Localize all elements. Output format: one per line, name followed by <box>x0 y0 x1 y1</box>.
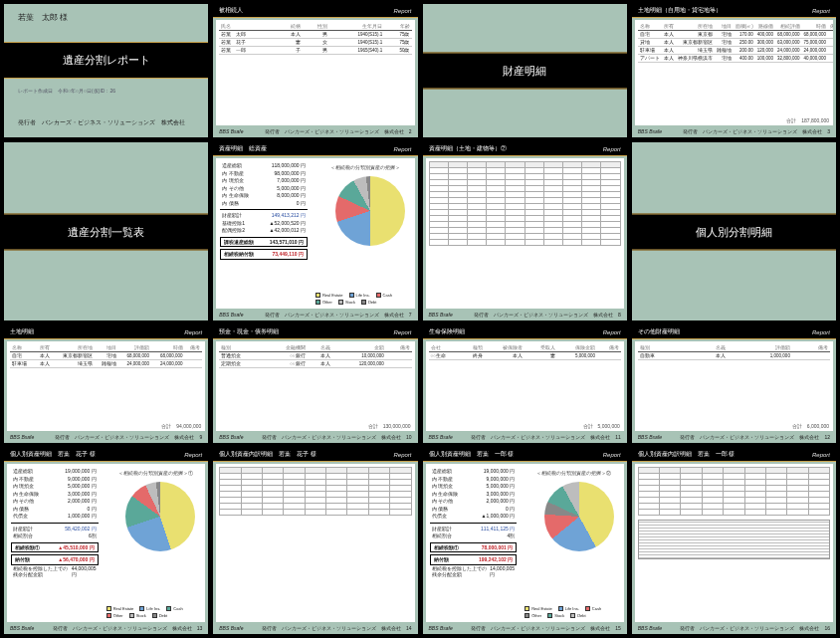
legend-swatch <box>547 613 552 618</box>
cell: 妻 <box>525 352 556 360</box>
cell <box>828 31 833 39</box>
cell: 若葉 一郎 <box>219 47 275 55</box>
cell: 75歳 <box>384 31 411 39</box>
slide-header: 土地明細（自用地・貸宅地等）Report <box>632 4 836 18</box>
summary-row: 内 債務0 円 <box>220 200 308 208</box>
legend-item: Life Ins. <box>349 293 370 298</box>
cell: 75,000,000 <box>802 39 829 47</box>
table-row: 自宅本人東京都宅地170.00400,00068,000,00068,000,0… <box>638 31 833 39</box>
taxable-amount: 課税遺産総額143,571,010 円 <box>220 237 308 248</box>
report-logo: Report <box>812 452 830 458</box>
summary-row: 内 債務0 円 <box>430 506 518 514</box>
cell: 63,000,000 <box>775 39 802 47</box>
report-logo: Report <box>603 452 621 458</box>
table-row: 貸地本人東京都新宿区宅地250.00300,00063,000,00075,00… <box>638 39 833 47</box>
slide-title: 個人別資産明細 若葉 一郎 様 <box>429 450 515 459</box>
col-header: 時価 <box>151 344 184 352</box>
col-header: 備考 <box>792 344 830 352</box>
legend-swatch <box>376 293 381 298</box>
cell: 本人 <box>662 39 676 47</box>
legend-item: Debt <box>570 613 585 618</box>
col-header: 名称 <box>10 344 34 352</box>
col-header: 種別 <box>638 344 690 352</box>
slide-header: 個人別資産明細 若葉 花子 様Report <box>4 448 208 462</box>
summary-row: 内 その他2,000,000 円 <box>430 498 518 506</box>
product-name: BBS Bsafe <box>10 625 34 631</box>
boxed-amount: 相続税額①78,000,001 円 <box>430 542 518 553</box>
table-row: ○○生命終身本人妻5,000,000 <box>429 352 621 360</box>
slide-body: 遺産総額118,000,000 円内 不動産98,000,000 円内 現預金7… <box>216 158 414 309</box>
summary-row: 遺産総額19,000,000 円 <box>430 468 518 476</box>
report-logo: Report <box>393 329 411 335</box>
slide-body: 種別金融機関名義金額備考普通預金○○銀行本人10,000,000定期預金○○銀行… <box>216 341 414 431</box>
report-slide: 資産明細（土地・建物等）②Report BBS Bsafe発行者 バンカーズ・ビ… <box>422 141 628 321</box>
cell: 自動車 <box>638 352 690 360</box>
slide-title: 土地明細 <box>10 327 34 336</box>
footer-issuer: 発行者 バンカーズ・ビジネス・ソリューションズ 株式会社 7 <box>265 312 412 318</box>
legend-label: Stock <box>554 613 564 618</box>
summary-row: 内 生命保険3,000,000 円 <box>430 491 518 499</box>
data-table: 名称所有所在地地目評価額時価備考自宅本人東京都新宿区宅地68,000,00068… <box>10 344 202 368</box>
footer-issuer: 発行者 バンカーズ・ビジネス・ソリューションズ 株式会社 3 <box>683 128 830 134</box>
col-header: 地目 <box>715 23 734 31</box>
footer-note: 相続税を控除した上での残余分配金額14,000,005 円 <box>430 565 518 579</box>
col-header: 保険金額 <box>557 344 598 352</box>
legend-label: Other <box>322 300 332 305</box>
table-total: 合計 5,000,000 <box>583 423 620 429</box>
table-total: 合計 6,000,000 <box>792 423 829 429</box>
summary-row: 内 現預金7,000,000 円 <box>220 177 308 185</box>
table-row: 自動車本人1,000,000 <box>638 352 830 360</box>
slide-header: 個人別資産内訳明細 若葉 花子 様Report <box>213 448 417 462</box>
cell: 68,000,000 <box>151 352 184 360</box>
legend-label: Life Ins. <box>565 606 579 611</box>
slide-footer: BBS Bsafe発行者 バンカーズ・ビジネス・ソリューションズ 株式会社 3 <box>632 127 836 137</box>
footer-issuer: 発行者 バンカーズ・ビジネス・ソリューションズ 株式会社 9 <box>55 434 202 440</box>
col-header: 所有 <box>662 23 676 31</box>
table-row: 定期預金○○銀行本人120,000,000 <box>219 360 411 368</box>
cell: 東京都新宿区 <box>676 39 715 47</box>
slide-header: 土地明細Report <box>4 325 208 339</box>
legend-swatch <box>106 606 111 611</box>
col-header: 面積(㎡) <box>734 23 755 31</box>
report-logo: Report <box>812 329 830 335</box>
slide-body <box>635 464 833 622</box>
cell: 若葉 花子 <box>219 39 275 47</box>
col-header: 種別 <box>219 344 263 352</box>
summary-block: 遺産総額19,000,000 円内 不動産9,000,000 円内 現預金5,0… <box>11 468 99 579</box>
person-detail-grid <box>638 467 830 516</box>
cell: 宅地 <box>715 55 734 63</box>
report-logo: Report <box>393 8 411 14</box>
net-assets: 財産額計58,420,002 円 <box>11 526 99 533</box>
legend-swatch <box>525 613 529 618</box>
col-header: 被保険者 <box>485 344 525 352</box>
slide-footer: BBS Bsafe発行者 バンカーズ・ビジネス・ソリューションズ 株式会社 11 <box>423 433 627 443</box>
boxed-amount: 納付額199,242,102 円 <box>430 554 518 565</box>
cell: 宅地 <box>715 31 734 39</box>
cell: 男 <box>303 47 329 55</box>
slide-header: 生命保険明細Report <box>423 325 627 339</box>
chart-legend: Real EstateLife Ins.CashOtherStockDebt <box>315 293 409 305</box>
slide-title: 預金・現金・債券明細 <box>219 327 279 336</box>
slide-footer: BBS Bsafe発行者 バンカーズ・ビジネス・ソリューションズ 株式会社 12 <box>632 433 836 443</box>
cell <box>386 360 412 368</box>
data-table: 会社種類被保険者受取人保険金額備考○○生命終身本人妻5,000,000 <box>429 344 621 360</box>
cell: 1940(S15).1 <box>329 31 385 39</box>
product-name: BBS Bsafe <box>638 434 662 440</box>
legend-label: Real Estate <box>322 293 343 298</box>
col-header: 名称 <box>638 23 662 31</box>
table-total: 合計 130,000,000 <box>368 423 411 429</box>
col-header: 生年月日 <box>329 23 385 31</box>
summary-row: 内 その他2,000,000 円 <box>11 498 99 506</box>
cell: 10,000,000 <box>332 352 385 360</box>
pie-title: ＜相続税の分類別資産の把握＞ <box>325 164 405 170</box>
col-header: 所在地 <box>676 23 715 31</box>
report-logo: Report <box>393 146 411 152</box>
product-name: BBS Bsafe <box>638 128 662 134</box>
report-logo: Report <box>184 329 202 335</box>
report-slide: 個人別資産内訳明細 若葉 一郎 様Report BBS Bsafe発行者 バンカ… <box>631 447 837 635</box>
col-header: 備考 <box>386 344 412 352</box>
slide-body: 遺産総額19,000,000 円内 不動産9,000,000 円内 現預金5,0… <box>7 464 205 622</box>
cell: 本人 <box>308 360 333 368</box>
cell: 1940(S15).1 <box>329 39 385 47</box>
cell <box>792 352 830 360</box>
